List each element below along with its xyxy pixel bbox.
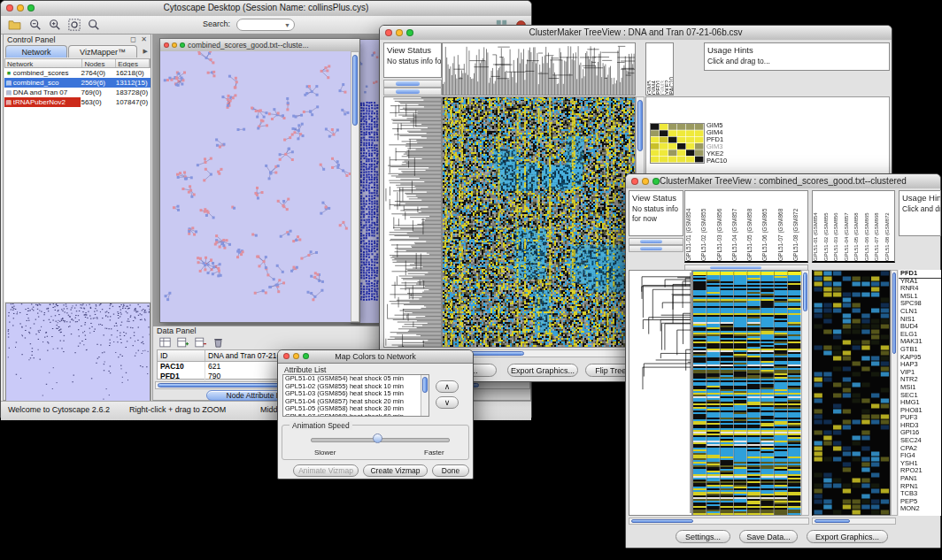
attribute-list-item[interactable]: GPL51-07 (GSM868) heat shock 60 min (283, 413, 429, 418)
zoom-vscroll-thumb[interactable] (892, 272, 896, 354)
search-input[interactable]: ▼ (236, 19, 295, 31)
network-nodes: 563(0) (81, 97, 115, 107)
global-heatmap-canvas[interactable] (692, 270, 802, 516)
export-graphics-button[interactable]: Export Graphics... (807, 530, 888, 543)
treeview1-title: ClusterMaker TreeView : DNA and Tran 07-… (529, 26, 742, 40)
attribute-list-label: Attribute List (284, 365, 326, 374)
heatmap-hscrollbar[interactable] (629, 518, 809, 525)
move-up-button[interactable]: ∧ (436, 380, 459, 393)
combo-arrow-icon[interactable]: ▼ (284, 22, 290, 28)
minimize-button[interactable] (396, 29, 403, 36)
open-folder-icon[interactable] (6, 18, 22, 32)
attribute-row-id: PAC10 (158, 362, 205, 372)
network-row[interactable]: ▤ combined_sco 2569(6) 13112(15) (4, 78, 151, 88)
frame-close-button[interactable] (164, 42, 169, 48)
network-overview-thumbnail[interactable] (5, 303, 151, 402)
attr-select-icon[interactable] (157, 335, 173, 349)
column-label: GPL51-01 (GSM854 (813, 191, 823, 261)
speed-slider-thumb[interactable] (373, 433, 382, 443)
minimize-button[interactable] (293, 353, 299, 359)
row-dendrogram-canvas[interactable] (629, 270, 692, 516)
column-label: GPL51-03 (GSM856 (716, 191, 731, 261)
column-dendrogram-canvas[interactable] (442, 42, 636, 96)
tab-overflow-icon[interactable]: ▶ (143, 48, 148, 55)
column-label: GPL51-07 (GSM868 (874, 191, 884, 261)
heatmap-vscrollbar[interactable] (801, 270, 809, 516)
mini-hscrollbar[interactable] (383, 88, 442, 96)
zoom-heatmap-canvas[interactable] (812, 270, 891, 516)
mini-hscrollbar[interactable] (629, 245, 683, 252)
network-view-frame[interactable]: combined_scores_good.txt--cluste... (159, 38, 360, 323)
heatmap-vscroll-thumb[interactable] (803, 272, 807, 311)
attr-create-icon[interactable] (174, 335, 190, 349)
network-vscroll-thumb[interactable] (352, 55, 358, 126)
animate-vizmap-button[interactable]: Animate Vizmap (293, 464, 359, 477)
minimize-button[interactable] (17, 4, 24, 12)
zoom-selected-icon[interactable] (86, 18, 102, 32)
zoom-fit-icon[interactable] (66, 18, 82, 32)
tab-vizmapper[interactable]: VizMapper™ (68, 45, 137, 58)
heatmap-hscroll-thumb[interactable] (631, 519, 693, 523)
main-titlebar[interactable]: Cytoscape Desktop (Session Name: collins… (1, 1, 531, 17)
tab-network[interactable]: Network (5, 45, 67, 58)
attr-delete-icon[interactable] (192, 335, 208, 349)
slower-label: Slower (314, 449, 336, 456)
settings-button[interactable]: Settings... (676, 530, 730, 543)
frame-minimize-button[interactable] (172, 42, 177, 48)
zoom-button[interactable] (303, 353, 309, 359)
move-down-button[interactable]: ∨ (436, 396, 459, 409)
network-canvas[interactable] (160, 51, 351, 322)
zoom-button[interactable] (652, 178, 660, 185)
column-labels-strip: GPL51-01 (GSM854GPL51-02 (GSM855GPL51-03… (684, 190, 808, 263)
mini-hscrollbar[interactable] (383, 80, 442, 88)
create-vizmap-button[interactable]: Create Vizmap (363, 464, 428, 477)
export-graphics-button[interactable]: Export Graphics... (507, 364, 578, 377)
treeview1-titlebar[interactable]: ClusterMaker TreeView : DNA and Tran 07-… (380, 26, 892, 41)
list-vscrollbar[interactable] (421, 375, 429, 416)
close-button[interactable] (6, 4, 13, 12)
network-row[interactable]: ■ combined_scores 2764(0) 16218(0) (4, 68, 151, 78)
trash-icon[interactable] (210, 335, 226, 349)
close-button[interactable] (283, 353, 290, 359)
save-data-button[interactable]: Save Data... (739, 530, 798, 543)
treeview2-title: ClusterMaker TreeView : combined_scores_… (660, 174, 907, 188)
close-button[interactable] (631, 178, 638, 185)
zoom-out-icon[interactable] (27, 18, 43, 32)
done-button[interactable]: Done (432, 464, 469, 477)
network-icon: ▤ (4, 78, 13, 88)
correlation-matrix-canvas[interactable] (650, 123, 705, 164)
zoom-in-icon[interactable] (47, 18, 63, 32)
dialog-titlebar[interactable]: Map Colors to Network (278, 350, 473, 364)
network-vscrollbar[interactable] (351, 51, 359, 322)
zoom-hscroll-thumb[interactable] (815, 519, 850, 523)
close-button[interactable] (385, 29, 392, 36)
network-icon: ▤ (4, 97, 13, 107)
zoom-button[interactable] (406, 29, 413, 36)
attribute-list[interactable]: GPL51-01 (GSM854) heat shock 05 minGPL51… (282, 374, 429, 417)
network-frame-titlebar[interactable]: combined_scores_good.txt--cluste... (160, 39, 359, 52)
mini-hscrollbar[interactable] (629, 238, 683, 245)
row-dendrogram-canvas[interactable] (383, 96, 442, 348)
zoom-vscrollbar[interactable] (891, 270, 898, 516)
zoom-hscrollbar[interactable] (812, 518, 896, 525)
network-icon: ■ (4, 68, 13, 78)
heatmap-vscroll-thumb[interactable] (637, 100, 643, 151)
treeview2-titlebar[interactable]: ClusterMaker TreeView : combined_scores_… (626, 174, 940, 189)
minimize-button[interactable] (642, 178, 649, 185)
column-label: GPL51-08 (GSM872 (792, 191, 807, 261)
animation-speed-label: Animation Speed (290, 421, 352, 430)
zoom-button[interactable] (27, 4, 35, 12)
close-panel-icon[interactable]: ✕ (141, 35, 147, 43)
network-row[interactable]: ▤ tRNAPuberNov2 563(0) 107847(0) (4, 97, 151, 107)
network-row[interactable]: ▤ DNA and Tran 07 769(0) 183728(0) (4, 88, 151, 97)
view-status-text: No status info for now (632, 204, 680, 223)
global-heatmap-canvas[interactable] (442, 96, 636, 348)
gene-label[interactable]: MON2 (899, 505, 941, 513)
settings-label: Settings... (685, 533, 721, 541)
float-panel-icon[interactable]: ◻ (130, 35, 136, 43)
frame-zoom-button[interactable] (180, 42, 185, 48)
animate-vizmap-label: Animate Vizmap (298, 466, 353, 475)
list-vscroll-thumb[interactable] (422, 377, 428, 393)
attribute-row-id: PFD1 (158, 372, 205, 381)
view-status-text: No status info for now (387, 57, 438, 66)
